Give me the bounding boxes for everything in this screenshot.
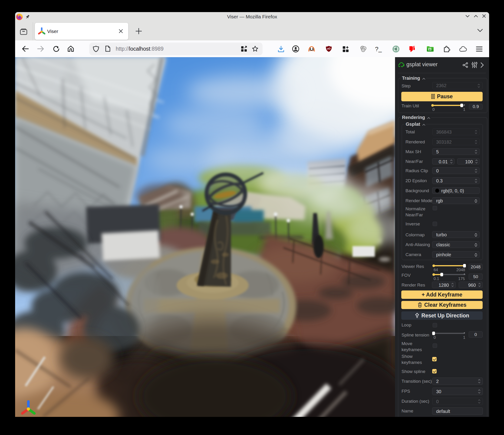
svg-text:uO: uO <box>327 47 331 50</box>
